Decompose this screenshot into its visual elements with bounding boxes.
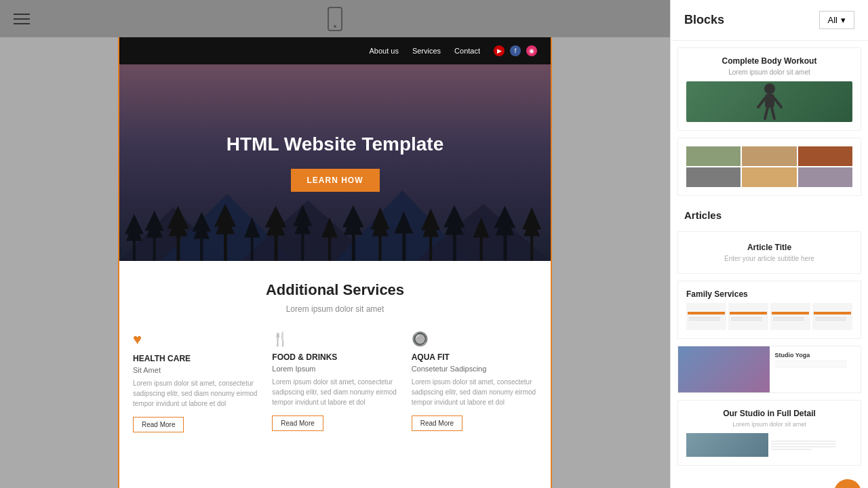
panel-header: Blocks All ▾ xyxy=(671,0,868,41)
svg-marker-51 xyxy=(522,207,541,230)
block-studio[interactable]: Our Studio in Full Detail Lorem ipsum do… xyxy=(677,400,861,466)
block-complete-body-workout[interactable]: Complete Body Workout Lorem ipsum dolor … xyxy=(677,47,861,131)
family-col-4 xyxy=(812,303,852,330)
family-col-3 xyxy=(770,303,810,330)
svg-marker-43 xyxy=(443,205,465,228)
nav-contact[interactable]: Contact xyxy=(454,47,480,55)
services-section: Additional Services Lorem ipsum dolor si… xyxy=(119,261,551,453)
svg-rect-11 xyxy=(176,232,180,261)
service-healthcare: ♥ HEALTH CARE Sit Amet Lorem ipsum dolor… xyxy=(133,331,258,432)
svg-rect-28 xyxy=(328,234,331,261)
instagram-icon[interactable]: ◉ xyxy=(526,45,537,56)
workout-person-svg xyxy=(753,83,787,121)
block-article-title[interactable]: Article Title Enter your article subtitl… xyxy=(677,231,861,274)
service-food-name: FOOD & DRINKS xyxy=(272,352,397,362)
top-toolbar xyxy=(0,0,670,37)
block-gallery[interactable] xyxy=(677,138,861,196)
svg-rect-36 xyxy=(402,230,406,261)
studio-content xyxy=(686,433,852,457)
food-read-more-button[interactable]: Read More xyxy=(272,415,323,431)
hero-title: HTML Website Template xyxy=(226,134,444,155)
svg-rect-14 xyxy=(200,235,203,261)
hero-background-svg xyxy=(119,180,551,261)
yoga-text-lines xyxy=(775,361,856,367)
healthcare-read-more-button[interactable]: Read More xyxy=(133,417,184,432)
svg-rect-44 xyxy=(480,234,483,261)
studio-image xyxy=(686,433,768,457)
svg-rect-5 xyxy=(133,237,136,261)
articles-section-label: Articles xyxy=(671,203,868,224)
svg-rect-30 xyxy=(352,231,355,261)
svg-line-55 xyxy=(774,98,781,107)
site-nav: About us Services Contact ▶ f ◉ xyxy=(119,37,551,64)
right-panel: Blocks All ▾ Complete Body Workout Lorem… xyxy=(670,0,868,488)
svg-marker-32 xyxy=(342,205,364,228)
yoga-text-area: Studio Yoga xyxy=(770,346,861,392)
nav-services[interactable]: Services xyxy=(412,47,441,55)
youtube-icon[interactable]: ▶ xyxy=(494,45,505,56)
service-food-subtitle: Lorem Ipsum xyxy=(272,365,397,373)
service-healthcare-desc: Lorem ipsum dolor sit amet, consectetur … xyxy=(133,378,258,409)
svg-line-54 xyxy=(758,98,765,107)
device-preview-toggle[interactable] xyxy=(328,7,342,31)
family-services-grid xyxy=(686,303,852,330)
block-family-services[interactable]: Family Services xyxy=(677,281,861,339)
all-dropdown-button[interactable]: All ▾ xyxy=(819,11,854,29)
service-aquafit-name: AQUA FIT xyxy=(412,352,537,362)
gallery-cell-2 xyxy=(742,146,796,166)
svg-rect-17 xyxy=(224,230,227,261)
svg-marker-24 xyxy=(265,206,287,228)
service-aquafit: 🔘 AQUA FIT Consetetur Sadipscing Lorem i… xyxy=(412,331,537,432)
svg-rect-33 xyxy=(379,232,382,261)
services-heading: Additional Services xyxy=(133,281,537,299)
svg-rect-25 xyxy=(301,230,304,261)
service-aquafit-desc: Lorem ipsum dolor sit amet, consectetur … xyxy=(412,377,537,407)
svg-rect-46 xyxy=(503,232,507,261)
article-title-subtitle: Enter your article subtitle here xyxy=(686,255,852,262)
svg-marker-7 xyxy=(125,214,144,234)
family-services-title: Family Services xyxy=(686,289,852,299)
svg-rect-20 xyxy=(251,234,254,261)
hero-cta-button[interactable]: LEARN HOW xyxy=(291,169,380,192)
nav-social-icons: ▶ f ◉ xyxy=(494,45,537,56)
facebook-icon[interactable]: f xyxy=(510,45,521,56)
service-healthcare-name: HEALTH CARE xyxy=(133,354,258,363)
service-food: 🍴 FOOD & DRINKS Lorem Ipsum Lorem ipsum … xyxy=(272,331,397,432)
nav-about[interactable]: About us xyxy=(369,47,398,55)
gallery-cell-5 xyxy=(742,167,796,187)
svg-rect-49 xyxy=(530,232,533,261)
yoga-image xyxy=(678,346,770,392)
aquafit-read-more-button[interactable]: Read More xyxy=(412,415,462,431)
hero-content: HTML Website Template LEARN HOW xyxy=(226,134,444,192)
family-col-1 xyxy=(686,303,726,330)
fork-icon: 🍴 xyxy=(272,331,397,347)
service-healthcare-subtitle: Sit Amet xyxy=(133,366,258,374)
studio-text-lines xyxy=(771,433,853,457)
block-workout-thumbnail xyxy=(686,81,852,122)
studio-title: Our Studio in Full Detail xyxy=(686,409,852,418)
block-yoga[interactable]: Studio Yoga xyxy=(677,346,861,393)
studio-subtitle: Lorem ipsum dolor sit amet xyxy=(686,421,852,428)
services-grid: ♥ HEALTH CARE Sit Amet Lorem ipsum dolor… xyxy=(133,331,537,432)
gallery-cell-3 xyxy=(798,146,852,166)
family-col-2 xyxy=(728,303,768,330)
preview-container: About us Services Contact ▶ f ◉ xyxy=(118,37,552,488)
svg-line-56 xyxy=(765,108,768,119)
service-aquafit-subtitle: Consetetur Sadipscing xyxy=(412,365,537,373)
gallery-cell-4 xyxy=(686,167,741,187)
gallery-cell-6 xyxy=(798,167,852,187)
svg-rect-8 xyxy=(153,234,156,261)
hero-section: HTML Website Template LEARN HOW xyxy=(119,64,551,261)
svg-rect-22 xyxy=(275,232,278,261)
services-subtitle: Lorem ipsum dolor sit amet xyxy=(133,304,537,314)
hamburger-menu[interactable] xyxy=(14,14,30,24)
svg-rect-53 xyxy=(765,94,774,108)
gallery-thumbnail xyxy=(686,146,852,187)
svg-rect-38 xyxy=(429,233,432,261)
close-fab-button[interactable]: ✕ xyxy=(834,479,861,488)
gallery-cell-1 xyxy=(686,146,741,166)
article-title-heading: Article Title xyxy=(686,243,852,252)
svg-rect-41 xyxy=(453,231,456,261)
svg-point-52 xyxy=(764,83,775,94)
block-workout-subtitle: Lorem ipsum dolor sit amet xyxy=(686,68,852,76)
